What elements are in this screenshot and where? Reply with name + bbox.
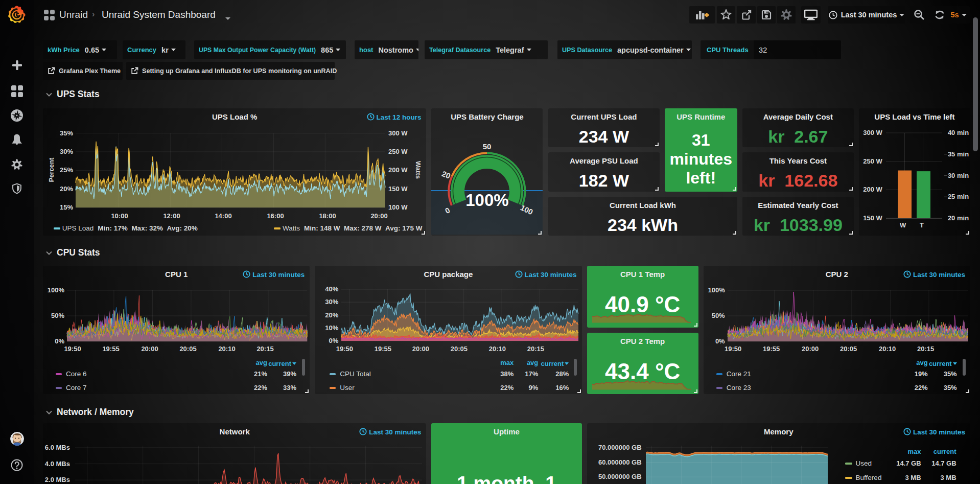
svg-text:50: 50 <box>483 142 492 151</box>
